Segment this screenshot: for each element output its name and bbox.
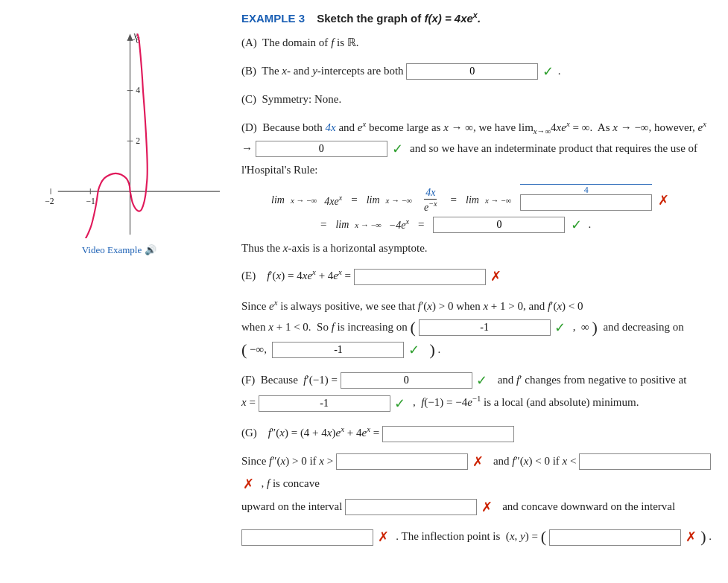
asymptote-label: Thus the x-axis is a horizontal asymptot…	[241, 242, 428, 254]
part-g-down-label: and concave downward on the interval	[497, 500, 676, 512]
part-e-inc-input[interactable]	[419, 319, 551, 336]
part-f-x-label: x =	[241, 396, 259, 408]
lim-result-input[interactable]	[520, 194, 652, 211]
period-d: .	[588, 218, 591, 231]
part-g-input1[interactable]	[382, 426, 514, 442]
svg-text:−2: −2	[45, 197, 54, 206]
neg-inf-label: −∞,	[250, 343, 270, 355]
part-e: (E) f′(x) = 4xex + 4ex = ✗	[241, 265, 715, 288]
eq2: =	[451, 194, 457, 206]
paren-close-dec: )	[429, 340, 434, 359]
part-g-input6[interactable]	[549, 529, 681, 546]
lim3-overline: 4	[520, 190, 652, 211]
paren-open-inc: (	[411, 318, 416, 337]
part-f-input1[interactable]	[341, 372, 472, 389]
part-g-input2[interactable]	[336, 453, 468, 470]
part-g-input4[interactable]	[345, 499, 477, 515]
part-f: (F) Because f′(−1) = ✓ and f′ changes fr…	[241, 369, 715, 415]
lim4-func: −4ex	[389, 217, 409, 232]
part-e-input[interactable]	[354, 269, 486, 285]
part-e-dec-label: and decreasing on	[601, 320, 684, 332]
paren-close-inflect: )	[700, 528, 706, 547]
lim2-frac: 4x e−x	[420, 187, 442, 214]
part-d: (D) Because both 4x and ex become large …	[241, 117, 715, 179]
part-g-inflect-text: . The inflection point is (x, y) =	[393, 530, 541, 542]
lim1-word: lim	[271, 194, 285, 206]
part-e-since: Since ex is always positive, we see that…	[241, 300, 583, 312]
cross-lim1: ✗	[658, 192, 669, 208]
check-d1: ✓	[392, 141, 403, 156]
eq4: =	[418, 218, 424, 231]
paren-open-inflect: (	[541, 528, 546, 547]
lim3-word: lim	[466, 194, 479, 206]
lim3-sub: x → −∞	[485, 196, 511, 205]
example-number: EXAMPLE 3	[241, 12, 305, 25]
limit-expression: lim x → −∞ 4xex = lim x → −∞ 4x e−x = li…	[271, 187, 715, 233]
lim4-sub: x → −∞	[355, 220, 381, 229]
example-task: Sketch the graph of f(x) = 4xex.	[317, 12, 481, 25]
part-e-text: Since ex is always positive, we see that…	[241, 296, 715, 362]
part-g-input3[interactable]	[579, 453, 711, 470]
part-g-and: and f″(x) < 0 if x <	[487, 454, 579, 466]
part-g: (G) f″(x) = (4 + 4x)ex + 4ex =	[241, 422, 715, 443]
part-g-input5[interactable]	[241, 529, 373, 546]
part-b-text: (B) The x- and y-intercepts are both	[241, 64, 406, 76]
close-dec	[424, 343, 427, 355]
part-g-since: Since f″(x) > 0 if x >	[241, 454, 336, 466]
svg-text:4: 4	[136, 86, 140, 95]
period-g: .	[709, 530, 712, 542]
paren-open-dec: (	[241, 340, 247, 359]
comma-inf: , ∞	[570, 320, 589, 332]
check-f1: ✓	[476, 373, 487, 388]
part-f-text: (F) Because f′(−1) =	[241, 373, 341, 385]
part-a: (A) The domain of f is ℝ.	[241, 34, 715, 53]
cross-g4: ✗	[378, 529, 389, 544]
part-a-label: (A) The domain of f is ℝ.	[241, 36, 359, 48]
limit-line-1: lim x → −∞ 4xex = lim x → −∞ 4x e−x = li…	[271, 187, 715, 214]
cross-e: ✗	[490, 269, 501, 284]
video-example-link[interactable]: Video Example 🔊	[82, 244, 156, 256]
paren-close-inc: )	[592, 318, 598, 337]
cross-g1: ✗	[472, 454, 484, 469]
left-panel: y x 6 4 2 −2 −2 −1	[0, 0, 231, 583]
part-f-and: and f′ changes from negative to positive…	[492, 373, 686, 385]
part-c-text: (C) Symmetry: None.	[241, 93, 341, 105]
svg-text:2: 2	[136, 136, 140, 146]
eq1: =	[351, 194, 357, 206]
part-e-dec-input[interactable]	[272, 342, 404, 358]
asymptote-text: Thus the x-axis is a horizontal asymptot…	[241, 239, 715, 258]
cross-g3: ✗	[481, 500, 493, 514]
part-f-input2[interactable]	[259, 395, 390, 412]
part-g-concave-label: , f is concave	[259, 477, 320, 489]
graph-container: y x 6 4 2 −2 −2 −1	[19, 15, 220, 238]
example-title: EXAMPLE 3 Sketch the graph of f(x) = 4xe…	[241, 10, 715, 25]
eq3: =	[320, 218, 326, 231]
cross-g5: ✗	[686, 529, 697, 544]
part-d-input1[interactable]	[256, 141, 387, 157]
function-text: f(x) = 4xex.	[424, 12, 481, 25]
check-dec: ✓	[408, 343, 420, 357]
check-d2: ✓	[571, 217, 582, 233]
part-e-when: when x + 1 < 0. So f is increasing on	[241, 320, 411, 332]
lim-result2-input[interactable]	[433, 217, 565, 233]
graph-svg: y x 6 4 2 −2 −2 −1	[19, 15, 220, 238]
lim1-sub: x → −∞	[291, 196, 317, 205]
lim4-word: lim	[335, 219, 349, 231]
check-f2: ✓	[394, 396, 405, 411]
part-g-upward: upward on the interval	[241, 500, 345, 512]
part-g-eq: (G) f″(x) = (4 + 4x)ex + 4ex =	[241, 427, 382, 439]
limit-line-2: = lim x → −∞ −4ex = ✓ .	[316, 217, 715, 233]
cross-g2: ✗	[243, 477, 254, 491]
right-panel: EXAMPLE 3 Sketch the graph of f(x) = 4xe…	[231, 0, 728, 583]
check-b: ✓	[542, 64, 554, 79]
lim2-sub: x → −∞	[386, 196, 412, 205]
part-b-input[interactable]	[406, 63, 538, 80]
part-b: (B) The x- and y-intercepts are both ✓ .	[241, 60, 715, 83]
video-example-label: Video Example	[82, 244, 142, 256]
part-f-comma: , f(−1) = −4e−1 is a local (and absolute…	[410, 396, 639, 408]
part-c: (C) Symmetry: None.	[241, 90, 715, 109]
svg-text:−2: −2	[134, 238, 144, 238]
part-g-inflection: ✗ . The inflection point is (x, y) = ( ✗…	[241, 526, 715, 549]
check-inc: ✓	[554, 320, 566, 335]
period-e: .	[438, 343, 441, 355]
